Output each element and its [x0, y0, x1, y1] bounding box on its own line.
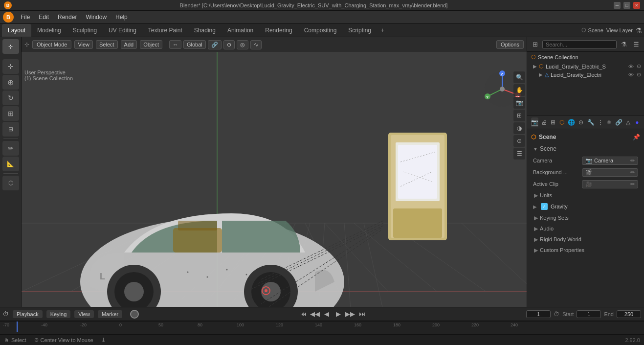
- zoom-in-button[interactable]: 🔍: [513, 71, 525, 83]
- keying-menu[interactable]: Keying: [46, 310, 71, 318]
- outliner-search[interactable]: [542, 40, 617, 49]
- move-tool-button[interactable]: ⊕: [2, 75, 19, 90]
- active-clip-edit-icon[interactable]: ✏: [630, 181, 635, 187]
- add-menu[interactable]: Add: [121, 40, 137, 49]
- particles-tab[interactable]: ⋮: [598, 117, 603, 127]
- background-value[interactable]: 🎬 ✏: [582, 168, 638, 177]
- record-button[interactable]: [130, 310, 139, 319]
- scale-tool-button[interactable]: ⊞: [2, 106, 19, 121]
- tab-texture-paint[interactable]: Texture Paint: [142, 24, 188, 37]
- blender-logo[interactable]: B: [4, 1, 12, 9]
- proportional-edit[interactable]: ⊙: [223, 40, 235, 49]
- visibility-icon-1[interactable]: 👁: [628, 64, 634, 69]
- overlay-button[interactable]: ⊙: [513, 135, 525, 147]
- prev-frame-button[interactable]: ◀◀: [310, 309, 320, 319]
- timeline-ruler[interactable]: -70 -40 -20 0 50 80 100 120 140 160 180 …: [0, 321, 644, 332]
- restrict-icon-2[interactable]: ⊙: [637, 71, 641, 78]
- add-workspace-button[interactable]: +: [377, 25, 388, 36]
- physics-tab[interactable]: ⚛: [606, 117, 612, 127]
- maximize-button[interactable]: □: [623, 2, 630, 9]
- outliner-item-2[interactable]: ▶ △ Lucid_Gravity_Electri 👁 ⊙: [527, 70, 644, 79]
- view-layer-props-tab[interactable]: ⊞: [550, 117, 556, 127]
- snap-button[interactable]: 🔗: [208, 40, 222, 49]
- rigid-body-subsection[interactable]: ▶ Rigid Body World: [527, 234, 644, 245]
- object-props-tab[interactable]: ⊙: [578, 117, 584, 127]
- menu-edit[interactable]: Edit: [35, 13, 53, 22]
- view-layer-label[interactable]: View Layer: [606, 27, 633, 33]
- options-button[interactable]: Options: [496, 40, 524, 49]
- minimize-button[interactable]: ─: [614, 2, 621, 9]
- camera-view-button[interactable]: 📷: [513, 97, 525, 109]
- output-props-tab[interactable]: 🖨: [541, 117, 547, 127]
- constraints-tab[interactable]: 🔗: [615, 117, 622, 127]
- scene-section-header[interactable]: ⬡ Scene 📌: [527, 131, 644, 143]
- outliner-filter[interactable]: ⚗: [619, 39, 629, 50]
- scene-sub-header[interactable]: ▼ Scene: [527, 143, 644, 155]
- playhead[interactable]: [17, 322, 18, 332]
- pin-icon[interactable]: 📌: [633, 134, 640, 140]
- tab-shading[interactable]: Shading: [188, 24, 222, 37]
- marker-menu[interactable]: Marker: [98, 310, 122, 318]
- data-tab[interactable]: △: [625, 117, 631, 127]
- menu-file[interactable]: File: [17, 13, 34, 22]
- xray-button[interactable]: ☰: [513, 148, 525, 160]
- tab-animation[interactable]: Animation: [222, 24, 259, 37]
- menu-render[interactable]: Render: [54, 13, 81, 22]
- play-button[interactable]: ▶: [333, 309, 343, 319]
- rotate-tool-button[interactable]: ↻: [2, 91, 19, 105]
- current-frame-input[interactable]: 1: [526, 310, 551, 318]
- measure-tool-button[interactable]: 📐: [2, 157, 19, 171]
- object-mode-select[interactable]: Object Mode: [32, 40, 71, 49]
- camera-value[interactable]: 📷 Camera ✏: [582, 157, 638, 165]
- play-reverse-button[interactable]: ◀: [322, 309, 332, 319]
- view-type-button[interactable]: ⊞: [513, 110, 525, 121]
- view-menu[interactable]: View: [74, 40, 93, 49]
- tab-sculpting[interactable]: Sculpting: [67, 24, 103, 37]
- tab-layout[interactable]: Layout: [2, 24, 31, 37]
- viewport[interactable]: ⊹ Object Mode View Select Add Object ↔ G…: [22, 37, 527, 307]
- timeline-icon[interactable]: ⏱: [3, 311, 9, 318]
- world-props-tab[interactable]: 🌐: [568, 117, 575, 127]
- camera-edit-icon[interactable]: ✏: [630, 158, 635, 164]
- object-menu[interactable]: Object: [140, 40, 162, 49]
- select-menu[interactable]: Select: [96, 40, 118, 49]
- tab-compositing[interactable]: Compositing: [298, 24, 343, 37]
- transform-pivot[interactable]: ◎: [237, 40, 248, 49]
- jump-end-button[interactable]: ⏭: [357, 309, 367, 319]
- cursor-tool-button[interactable]: ✛: [2, 59, 19, 74]
- gravity-checkbox[interactable]: ✓: [541, 203, 548, 210]
- gravity-row[interactable]: ▶ ✓ Gravity: [527, 201, 644, 212]
- annotate-tool-button[interactable]: ✏: [2, 141, 19, 156]
- gravity-arrow[interactable]: ▶: [533, 204, 537, 209]
- jump-start-button[interactable]: ⏮: [298, 309, 308, 319]
- background-edit-icon[interactable]: ✏: [630, 169, 635, 176]
- scene-props-tab[interactable]: ⬡: [559, 117, 565, 127]
- units-subsection[interactable]: ▶ Units: [527, 190, 644, 201]
- transform-select[interactable]: ↔: [169, 40, 181, 49]
- global-transform[interactable]: Global: [183, 40, 206, 49]
- active-clip-value[interactable]: 🎥 ✏: [582, 180, 638, 188]
- outliner-options[interactable]: ☰: [631, 39, 641, 50]
- menu-help[interactable]: Help: [111, 13, 132, 22]
- tab-scripting[interactable]: Scripting: [342, 24, 377, 37]
- transform-tool-button[interactable]: ⊟: [2, 122, 19, 137]
- menu-window[interactable]: Window: [82, 13, 111, 22]
- filter-icon[interactable]: ⚗: [636, 26, 642, 34]
- select-tool-button[interactable]: ⊹: [2, 39, 19, 54]
- next-frame-button[interactable]: ▶▶: [345, 309, 355, 319]
- view-menu-tl[interactable]: View: [74, 310, 94, 318]
- tab-rendering[interactable]: Rendering: [259, 24, 298, 37]
- add-cube-button[interactable]: ⬡: [2, 176, 19, 190]
- outliner-item-1[interactable]: ▶ ⬡ Lucid_Gravity_Electric_S 👁 ⊙: [527, 62, 644, 70]
- restrict-icon-1[interactable]: ⊙: [637, 63, 641, 69]
- pan-button[interactable]: ✋: [513, 84, 525, 96]
- viewport-mode-icon[interactable]: ⊹: [24, 41, 29, 48]
- start-frame-input[interactable]: 1: [577, 310, 601, 318]
- audio-subsection[interactable]: ▶ Audio: [527, 223, 644, 234]
- modifier-props-tab[interactable]: 🔧: [587, 117, 595, 127]
- custom-props-subsection[interactable]: ▶ Custom Properties: [527, 245, 644, 255]
- end-frame-input[interactable]: 250: [617, 310, 641, 318]
- outliner-icon[interactable]: ⊞: [530, 39, 540, 50]
- transform-orient[interactable]: ∿: [250, 40, 262, 49]
- visibility-icon-2[interactable]: 👁: [628, 72, 634, 78]
